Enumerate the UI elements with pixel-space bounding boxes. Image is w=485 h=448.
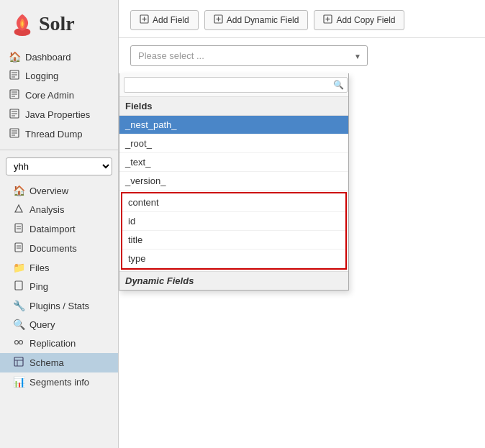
core-nav-segments-info[interactable]: 📊 Segments info xyxy=(0,372,118,391)
core-nav-overview[interactable]: 🏠 Overview xyxy=(0,181,118,200)
core-nav-documents[interactable]: Documents xyxy=(0,239,118,258)
svg-point-25 xyxy=(15,341,19,344)
dropdown-panel: 🔍 Fields _nest_path_ _root_ _text_ _vers… xyxy=(119,73,349,291)
sidebar: Solr 🏠 Dashboard Logging Core Admin Java… xyxy=(0,0,119,448)
core-nav-label: Dataimport xyxy=(30,224,76,234)
sidebar-item-label: Logging xyxy=(25,70,58,81)
plugins-icon: 🔧 xyxy=(13,300,24,311)
logo-area: Solr xyxy=(0,0,118,45)
core-nav-replication[interactable]: Replication xyxy=(0,334,118,353)
add-field-icon xyxy=(140,14,149,26)
add-copy-field-icon xyxy=(323,14,332,26)
core-nav-query[interactable]: 🔍 Query xyxy=(0,315,118,334)
core-nav-label: Segments info xyxy=(30,377,89,388)
sidebar-item-thread-dump[interactable]: Thread Dump xyxy=(0,124,118,144)
overview-icon: 🏠 xyxy=(13,185,24,196)
dropdown-search-area: 🔍 xyxy=(119,73,348,97)
segments-icon: 📊 xyxy=(13,376,24,388)
highlighted-fields-group: content id title type xyxy=(121,192,347,270)
sidebar-divider xyxy=(0,150,118,150)
svg-marker-17 xyxy=(15,205,22,212)
dataimport-icon xyxy=(13,223,24,235)
dropdown-item-root[interactable]: _root_ xyxy=(119,134,348,153)
sidebar-item-java-properties[interactable]: Java Properties xyxy=(0,105,118,124)
core-nav-files[interactable]: 📁 Files xyxy=(0,258,118,277)
schema-dropdown-area: Please select ... ▼ 🔍 Fields _nest_path_… xyxy=(119,38,485,73)
core-select-dropdown[interactable]: yhh xyxy=(6,157,112,175)
analysis-icon xyxy=(13,204,24,216)
svg-rect-18 xyxy=(15,224,22,232)
core-nav-plugins-stats[interactable]: 🔧 Plugins / Stats xyxy=(0,296,118,315)
dropdown-item-version[interactable]: _version_ xyxy=(119,172,348,191)
replication-icon xyxy=(13,337,24,349)
core-nav-label: Schema xyxy=(30,357,64,368)
add-field-button[interactable]: Add Field xyxy=(130,10,199,30)
files-icon: 📁 xyxy=(13,262,24,273)
dropdown-item-text[interactable]: _text_ xyxy=(119,153,348,172)
schema-icon xyxy=(13,357,24,369)
core-nav-label: Files xyxy=(30,262,49,273)
main-content: Add Field Add Dynamic Field Add Copy Fie… xyxy=(119,0,485,448)
svg-rect-21 xyxy=(15,243,22,252)
core-nav-label: Query xyxy=(30,319,55,330)
core-nav-dataimport[interactable]: Dataimport xyxy=(0,219,118,239)
dropdown-item-id[interactable]: id xyxy=(122,212,345,231)
core-nav-schema[interactable]: Schema xyxy=(0,353,118,372)
app-title: Solr xyxy=(39,12,75,35)
query-icon: 🔍 xyxy=(13,319,24,330)
sidebar-item-label: Core Admin xyxy=(25,90,74,101)
core-nav-label: Replication xyxy=(30,338,76,349)
sidebar-item-core-admin[interactable]: Core Admin xyxy=(0,86,118,105)
dropdown-item-title[interactable]: title xyxy=(122,231,345,250)
add-field-label: Add Field xyxy=(153,15,189,25)
core-nav-ping[interactable]: Ping xyxy=(0,277,118,296)
sidebar-item-dashboard[interactable]: 🏠 Dashboard xyxy=(0,47,118,66)
dropdown-item-content[interactable]: content xyxy=(122,193,345,212)
core-nav-label: Overview xyxy=(30,186,68,196)
dropdown-item-type[interactable]: type xyxy=(122,250,345,268)
sidebar-item-logging[interactable]: Logging xyxy=(0,66,118,86)
field-select-trigger[interactable]: Please select ... ▼ xyxy=(130,45,368,66)
dropdown-arrow-icon: ▼ xyxy=(354,52,361,60)
core-nav-analysis[interactable]: Analysis xyxy=(0,200,118,219)
ping-icon xyxy=(13,280,24,293)
add-dynamic-field-icon xyxy=(214,14,223,26)
sidebar-item-label: Thread Dump xyxy=(25,129,82,140)
thread-dump-icon xyxy=(9,128,20,140)
svg-rect-24 xyxy=(15,281,22,290)
add-copy-field-label: Add Copy Field xyxy=(336,15,395,25)
java-properties-icon xyxy=(9,109,20,121)
core-nav-label: Plugins / Stats xyxy=(30,301,89,311)
core-admin-icon xyxy=(9,89,20,101)
fields-section-label: Fields xyxy=(119,97,348,116)
dropdown-placeholder: Please select ... xyxy=(138,50,204,61)
add-dynamic-field-label: Add Dynamic Field xyxy=(227,15,299,25)
search-icon: 🔍 xyxy=(333,80,344,90)
logging-icon xyxy=(9,70,20,82)
add-dynamic-field-button[interactable]: Add Dynamic Field xyxy=(204,10,309,30)
solr-logo-icon xyxy=(9,10,36,37)
core-nav-label: Ping xyxy=(30,281,48,292)
documents-icon xyxy=(13,242,24,255)
core-nav-label: Documents xyxy=(30,243,77,254)
sidebar-item-label: Java Properties xyxy=(25,109,90,120)
dashboard-icon: 🏠 xyxy=(9,51,20,63)
svg-point-26 xyxy=(19,341,23,344)
add-copy-field-button[interactable]: Add Copy Field xyxy=(314,10,404,30)
dynamic-fields-section-label: Dynamic Fields xyxy=(119,271,348,290)
global-nav: 🏠 Dashboard Logging Core Admin Java Prop… xyxy=(0,45,118,147)
core-selector: yhh xyxy=(6,157,112,175)
dropdown-search-input[interactable] xyxy=(124,77,348,93)
svg-rect-28 xyxy=(14,357,23,366)
toolbar: Add Field Add Dynamic Field Add Copy Fie… xyxy=(119,0,485,38)
core-nav-label: Analysis xyxy=(30,204,64,215)
dropdown-item-nest-path[interactable]: _nest_path_ xyxy=(119,116,348,134)
sidebar-item-label: Dashboard xyxy=(25,52,71,63)
core-nav: 🏠 Overview Analysis Dataimport Documents… xyxy=(0,180,118,393)
